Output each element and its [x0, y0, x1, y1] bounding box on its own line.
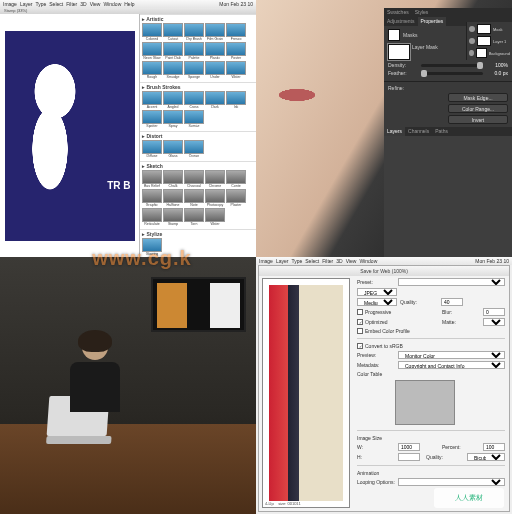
filter-thumb[interactable]: Cutout	[163, 23, 183, 41]
filter-thumb[interactable]: Smudge	[163, 61, 183, 79]
filter-thumb[interactable]: Film Grain	[205, 23, 225, 41]
resample-quality-select[interactable]: Bicubic	[467, 453, 505, 461]
filter-thumb[interactable]: Under	[205, 61, 225, 79]
feather-slider[interactable]: Feather: 0.0 px	[388, 70, 508, 76]
tab[interactable]: Styles	[412, 8, 432, 17]
tab-channels[interactable]: Channels	[405, 127, 432, 136]
filter-thumb[interactable]: Glowing	[142, 238, 162, 256]
tab-properties[interactable]: Properties	[418, 17, 447, 26]
filter-thumb[interactable]: Photocopy	[205, 189, 225, 207]
menu-item[interactable]: Filter	[66, 0, 77, 8]
menu-item[interactable]: View	[346, 257, 357, 265]
tab-adjustments[interactable]: Adjustments	[384, 17, 418, 26]
footer-4up[interactable]: 4-Up	[265, 501, 274, 506]
menu-item[interactable]: Window	[103, 0, 121, 8]
filter-thumb[interactable]: Torn	[184, 208, 204, 226]
visibility-icon[interactable]	[469, 26, 475, 32]
filter-thumb[interactable]: Angled	[163, 91, 183, 109]
progressive-checkbox[interactable]: Progressive	[357, 309, 391, 315]
matte-select[interactable]	[483, 318, 505, 326]
filter-thumb[interactable]: Palette	[184, 42, 204, 60]
convert-srgb-checkbox[interactable]: ✓Convert to sRGB	[357, 343, 505, 349]
filter-thumb[interactable]: Neon Glow	[142, 42, 162, 60]
percent-input[interactable]	[483, 443, 505, 451]
filter-thumb[interactable]: Glass	[163, 140, 183, 158]
optimized-checkbox[interactable]: ✓Optimized	[357, 319, 388, 325]
filter-thumb[interactable]: Spatter	[142, 110, 162, 128]
filter-thumb[interactable]: Chrome	[205, 170, 225, 188]
layer-row[interactable]: Background	[469, 48, 510, 58]
layer-row[interactable]: Layer 1	[469, 36, 510, 46]
preview-select[interactable]: Monitor Color	[398, 351, 505, 359]
preset-select[interactable]	[398, 278, 505, 286]
menu-item[interactable]: Type	[291, 257, 302, 265]
menu-item[interactable]: Layer	[276, 257, 289, 265]
quality-input[interactable]	[441, 298, 463, 306]
filter-thumb[interactable]: Colored	[142, 23, 162, 41]
filter-thumb[interactable]: Plastic	[205, 42, 225, 60]
filter-thumb[interactable]: Fresco	[226, 23, 246, 41]
tab[interactable]: Swatches	[384, 8, 412, 17]
filter-thumb[interactable]: Water	[226, 61, 246, 79]
mac-menubar[interactable]: Image Layer Type Select Filter 3D View W…	[0, 0, 256, 8]
mac-menubar[interactable]: Image Layer Type Select Filter 3D View W…	[256, 257, 512, 265]
filter-thumb[interactable]: Charcoal	[184, 170, 204, 188]
filter-thumb[interactable]: Stamp	[163, 208, 183, 226]
quality-preset-select[interactable]: Medium	[357, 298, 397, 306]
filter-thumb[interactable]: Sponge	[184, 61, 204, 79]
filter-thumb[interactable]: Diffuse	[142, 140, 162, 158]
filter-thumb[interactable]: Sumi-e	[184, 110, 204, 128]
filter-thumb[interactable]: Dry Brush	[184, 23, 204, 41]
height-input[interactable]	[398, 453, 420, 461]
format-select[interactable]: JPEG	[357, 288, 397, 296]
filter-thumb[interactable]: Chalk	[163, 170, 183, 188]
color-table[interactable]	[395, 380, 455, 425]
menu-item[interactable]: Image	[259, 257, 273, 265]
menu-item[interactable]: 3D	[336, 257, 342, 265]
menu-item[interactable]: Window	[359, 257, 377, 265]
filter-thumb[interactable]: Plaster	[226, 189, 246, 207]
menu-item[interactable]: Filter	[322, 257, 333, 265]
filter-preview-pane[interactable]: TR B	[0, 14, 140, 257]
filter-thumb[interactable]: Water	[205, 208, 225, 226]
embed-profile-checkbox[interactable]: Embed Color Profile	[357, 328, 505, 334]
sfw-preview-pane[interactable]: 4-Up size: 001011	[262, 278, 350, 508]
filter-thumb[interactable]: Conte	[226, 170, 246, 188]
density-slider[interactable]: Density: 100%	[388, 62, 508, 68]
filter-thumb[interactable]: Ink	[226, 91, 246, 109]
filter-thumb[interactable]: Bas Relief	[142, 170, 162, 188]
visibility-icon[interactable]	[469, 38, 475, 44]
blur-input[interactable]	[483, 308, 505, 316]
menu-item[interactable]: Image	[3, 0, 17, 8]
menu-item[interactable]: View	[90, 0, 101, 8]
filter-thumb[interactable]: Ocean	[184, 140, 204, 158]
tab-paths[interactable]: Paths	[432, 127, 451, 136]
tab-layers[interactable]: Layers	[384, 127, 405, 136]
filter-thumb[interactable]: Accent	[142, 91, 162, 109]
visibility-icon[interactable]	[469, 50, 474, 56]
filter-thumb[interactable]: Note	[184, 189, 204, 207]
filter-thumb[interactable]: Spray	[163, 110, 183, 128]
filter-thumb[interactable]: Poster	[226, 42, 246, 60]
mask-edge-button[interactable]: Mask Edge...	[448, 93, 508, 102]
filter-thumb[interactable]: Graphic	[142, 189, 162, 207]
mask-thumb-pixel[interactable]	[388, 44, 410, 60]
color-range-button[interactable]: Color Range...	[448, 104, 508, 113]
filter-thumb[interactable]: Paint Dab	[163, 42, 183, 60]
metadata-select[interactable]: Copyright and Contact Info	[398, 361, 505, 369]
layers-panel[interactable]	[384, 136, 512, 257]
menu-item[interactable]: Select	[49, 0, 63, 8]
width-input[interactable]	[398, 443, 420, 451]
filter-thumb[interactable]: Rough	[142, 61, 162, 79]
filter-thumb[interactable]: Cross	[184, 91, 204, 109]
filter-thumb[interactable]: Reticulate	[142, 208, 162, 226]
filter-category-list[interactable]: ▸ ArtisticColoredCutoutDry BrushFilm Gra…	[140, 14, 256, 257]
filter-thumb[interactable]: Halftone	[163, 189, 183, 207]
filter-thumb[interactable]: Dark	[205, 91, 225, 109]
menu-item[interactable]: Help	[124, 0, 134, 8]
layer-row[interactable]: Mask	[469, 24, 510, 34]
menu-item[interactable]: Layer	[20, 0, 33, 8]
menu-item[interactable]: Type	[35, 0, 46, 8]
looping-select[interactable]	[398, 478, 505, 486]
invert-button[interactable]: Invert	[448, 115, 508, 124]
